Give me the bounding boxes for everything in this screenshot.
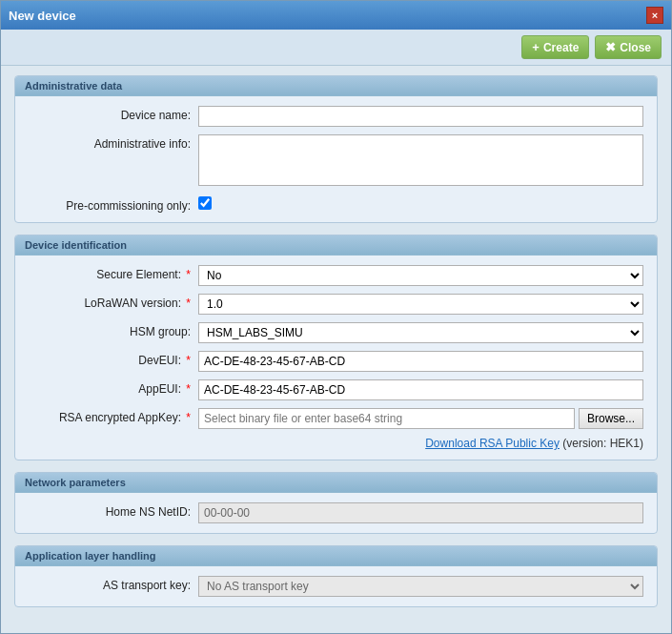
application-section: Application layer handling AS transport … — [14, 545, 658, 607]
window-title: New device — [9, 9, 76, 23]
admin-info-row: Administrative info: — [29, 134, 643, 189]
home-ns-control — [198, 502, 643, 523]
toolbar: + Create ✖ Close — [1, 30, 671, 66]
secure-element-row: Secure Element: * No Yes — [29, 265, 643, 286]
new-device-window: New device × + Create ✖ Close Administra… — [0, 0, 672, 634]
admin-info-label: Administrative info: — [29, 134, 191, 151]
administrative-section: Administrative data Device name: Adminis… — [14, 75, 658, 223]
title-bar: New device × — [1, 1, 671, 30]
close-button[interactable]: ✖ Close — [595, 35, 662, 59]
download-rsa-row: Download RSA Public Key (version: HEK1) — [29, 437, 643, 450]
home-ns-input[interactable] — [198, 502, 643, 523]
deveui-input[interactable] — [198, 351, 643, 372]
rsa-row: RSA encrypted AppKey: * Browse... — [29, 408, 643, 429]
hsm-group-select[interactable]: HSM_LABS_SIMU — [198, 322, 643, 343]
create-label: Create — [543, 41, 579, 54]
deveui-label: DevEUI: * — [29, 351, 191, 367]
lorawan-select[interactable]: 1.0 1.1 — [198, 294, 643, 315]
identification-section: Device identification Secure Element: * … — [14, 235, 658, 460]
identification-body: Secure Element: * No Yes LoRaWAN version… — [15, 256, 657, 460]
rsa-input[interactable] — [198, 408, 575, 429]
deveui-control — [198, 351, 643, 372]
appeui-label: AppEUI: * — [29, 379, 191, 396]
appeui-input[interactable] — [198, 379, 643, 400]
network-body: Home NS NetID: — [15, 493, 657, 533]
create-button[interactable]: + Create — [521, 35, 589, 59]
secure-element-select[interactable]: No Yes — [198, 265, 643, 286]
main-content: Administrative data Device name: Adminis… — [1, 66, 671, 633]
hsm-group-label: HSM group: — [29, 322, 191, 338]
download-version: (version: HEK1) — [562, 437, 643, 450]
lorawan-control: 1.0 1.1 — [198, 294, 643, 315]
application-body: AS transport key: No AS transport key — [15, 566, 657, 606]
secure-element-label: Secure Element: * — [29, 265, 191, 281]
admin-info-textarea[interactable] — [198, 134, 643, 186]
rsa-label: RSA encrypted AppKey: * — [29, 408, 191, 424]
deveui-required: * — [186, 354, 191, 367]
rsa-required: * — [186, 411, 191, 424]
administrative-body: Device name: Administrative info: Pre-co… — [15, 96, 657, 222]
device-name-control — [198, 106, 643, 127]
lorawan-required: * — [186, 297, 191, 310]
home-ns-row: Home NS NetID: — [29, 502, 643, 523]
home-ns-label: Home NS NetID: — [29, 502, 191, 519]
precommission-checkbox[interactable] — [198, 196, 212, 210]
hsm-group-row: HSM group: HSM_LABS_SIMU — [29, 322, 643, 343]
lorawan-label: LoRaWAN version: * — [29, 294, 191, 310]
as-transport-select[interactable]: No AS transport key — [198, 576, 643, 597]
identification-header: Device identification — [15, 235, 657, 256]
network-section: Network parameters Home NS NetID: — [14, 472, 658, 534]
download-link-container: Download RSA Public Key (version: HEK1) — [198, 437, 643, 450]
precommission-row: Pre-commissioning only: — [29, 196, 643, 213]
device-name-row: Device name: — [29, 106, 643, 127]
precommission-label: Pre-commissioning only: — [29, 196, 191, 213]
browse-button[interactable]: Browse... — [579, 408, 643, 429]
device-name-input[interactable] — [198, 106, 643, 127]
window-close-x-button[interactable]: × — [646, 7, 663, 24]
close-label: Close — [620, 41, 651, 54]
as-transport-label: AS transport key: — [29, 576, 191, 592]
appeui-control — [198, 379, 643, 400]
application-header: Application layer handling — [15, 546, 657, 566]
secure-element-required: * — [186, 268, 191, 281]
network-header: Network parameters — [15, 473, 657, 493]
secure-element-control: No Yes — [198, 265, 643, 286]
as-transport-control: No AS transport key — [198, 576, 643, 597]
download-rsa-link[interactable]: Download RSA Public Key — [425, 437, 560, 450]
as-transport-row: AS transport key: No AS transport key — [29, 576, 643, 597]
close-icon: ✖ — [605, 40, 616, 54]
lorawan-row: LoRaWAN version: * 1.0 1.1 — [29, 294, 643, 315]
administrative-header: Administrative data — [15, 76, 657, 96]
hsm-group-control: HSM_LABS_SIMU — [198, 322, 643, 343]
appeui-row: AppEUI: * — [29, 379, 643, 400]
device-name-label: Device name: — [29, 106, 191, 122]
appeui-required: * — [186, 382, 191, 396]
admin-info-control — [198, 134, 643, 189]
rsa-input-row: Browse... — [198, 408, 643, 429]
rsa-control: Browse... — [198, 408, 643, 429]
precommission-control — [198, 196, 643, 210]
create-icon: + — [532, 40, 540, 54]
deveui-row: DevEUI: * — [29, 351, 643, 372]
